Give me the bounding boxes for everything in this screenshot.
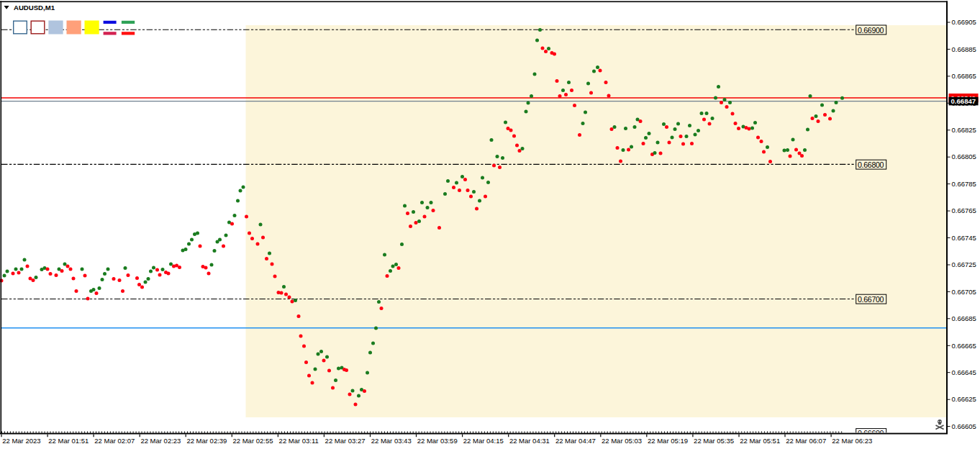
svg-text:0.66900: 0.66900 [858, 26, 884, 35]
svg-text:22 Mar 03:27: 22 Mar 03:27 [325, 437, 366, 445]
svg-text:22 Mar 03:43: 22 Mar 03:43 [371, 437, 412, 445]
svg-text:22 Mar 05:19: 22 Mar 05:19 [648, 437, 688, 445]
svg-text:22 Mar 02:23: 22 Mar 02:23 [140, 437, 181, 445]
svg-text:0.66885: 0.66885 [952, 45, 976, 53]
svg-text:22 Mar 04:31: 22 Mar 04:31 [509, 437, 550, 445]
svg-text:22 Mar 05:51: 22 Mar 05:51 [740, 437, 780, 445]
svg-text:0.66785: 0.66785 [952, 180, 976, 188]
svg-text:AUDUSD,M1: AUDUSD,M1 [14, 4, 55, 12]
svg-text:0.66605: 0.66605 [952, 422, 976, 430]
svg-text:0.66905: 0.66905 [952, 18, 976, 26]
svg-text:0.66705: 0.66705 [952, 288, 976, 296]
svg-text:0.66645: 0.66645 [952, 368, 976, 376]
svg-text:0.66700: 0.66700 [858, 295, 884, 304]
svg-text:0.66847: 0.66847 [951, 97, 976, 105]
svg-text:0.66665: 0.66665 [952, 342, 976, 350]
svg-text:22 Mar 02:55: 22 Mar 02:55 [233, 437, 273, 445]
svg-text:0.66865: 0.66865 [952, 72, 976, 80]
svg-text:22 Mar 02:39: 22 Mar 02:39 [186, 437, 227, 445]
svg-text:0.66745: 0.66745 [952, 234, 976, 242]
svg-text:22 Mar 03:11: 22 Mar 03:11 [279, 437, 319, 445]
svg-text:22 Mar 05:35: 22 Mar 05:35 [694, 437, 734, 445]
svg-text:0.66800: 0.66800 [858, 160, 884, 169]
svg-text:0.66805: 0.66805 [952, 153, 976, 160]
svg-text:0.66765: 0.66765 [952, 207, 976, 214]
svg-text:22 Mar 2023: 22 Mar 2023 [2, 437, 40, 445]
svg-text:22 Mar 03:59: 22 Mar 03:59 [417, 437, 458, 445]
svg-text:0.66825: 0.66825 [952, 126, 976, 134]
svg-text:0.66725: 0.66725 [952, 260, 976, 268]
svg-text:22 Mar 01:51: 22 Mar 01:51 [48, 437, 89, 445]
svg-text:22 Mar 05:03: 22 Mar 05:03 [602, 437, 642, 445]
svg-text:0.66625: 0.66625 [952, 395, 976, 403]
svg-text:22 Mar 04:47: 22 Mar 04:47 [555, 437, 596, 445]
svg-text:22 Mar 02:07: 22 Mar 02:07 [94, 437, 135, 445]
svg-text:0.66685: 0.66685 [952, 314, 976, 322]
svg-text:22 Mar 06:07: 22 Mar 06:07 [786, 437, 826, 445]
svg-text:22 Mar 06:23: 22 Mar 06:23 [832, 437, 872, 445]
svg-text:22 Mar 04:15: 22 Mar 04:15 [463, 437, 504, 445]
